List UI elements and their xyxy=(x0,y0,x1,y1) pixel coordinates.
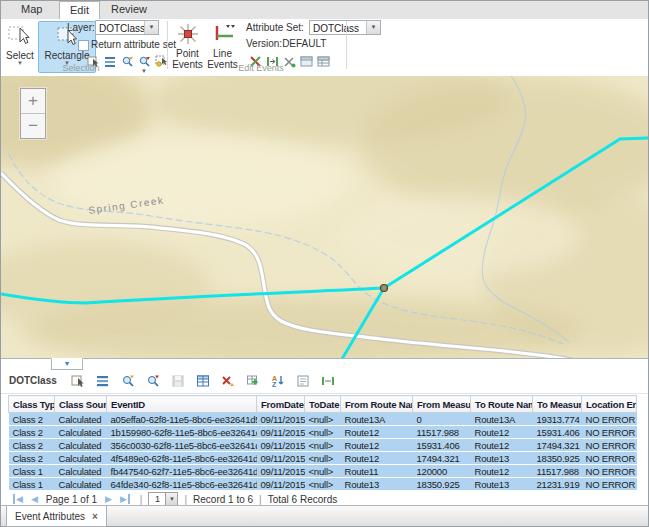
table-cell: <null> xyxy=(305,478,341,491)
table-cell: Class 2 xyxy=(9,426,55,439)
table-cell: NO ERROR xyxy=(582,465,637,478)
table-cell: 17494.321 xyxy=(413,452,471,465)
table-cell: Route12 xyxy=(341,439,413,452)
attribute-set-dropdown-arrow-icon[interactable]: ▼ xyxy=(366,21,380,34)
select-dropdown-caret[interactable]: ▼ xyxy=(4,61,36,66)
return-attribute-set-checkbox[interactable] xyxy=(78,40,89,51)
column-header[interactable]: Location Error xyxy=(582,396,637,413)
column-header[interactable]: Class Source xyxy=(55,396,107,413)
column-header[interactable]: To Measure xyxy=(533,396,582,413)
last-page-icon[interactable]: ▶ xyxy=(120,494,130,504)
column-header[interactable]: ToDate xyxy=(305,396,341,413)
layer-dropdown-arrow-icon[interactable]: ▼ xyxy=(144,21,158,34)
table-cell: 21231.919 xyxy=(533,478,582,491)
column-header[interactable]: Class Type xyxy=(9,396,55,413)
table-row[interactable]: Class 1Calculated64fde340-62f8-11e5-8bc6… xyxy=(9,478,637,491)
next-page-icon[interactable]: ▶ xyxy=(105,494,112,504)
table-cell: Route12 xyxy=(471,426,533,439)
table-cell: 356c0030-62f8-11e5-8bc6-ee32641d5ec9 xyxy=(107,439,257,452)
table-cell: 15931.406 xyxy=(533,426,582,439)
table-row[interactable]: Class 1Calculatedfb447540-62f7-11e5-8bc6… xyxy=(9,465,637,478)
table-cell: <null> xyxy=(305,426,341,439)
tab-event-attributes[interactable]: Event Attributes × xyxy=(6,506,107,527)
column-header[interactable]: From Measure xyxy=(413,396,471,413)
column-header[interactable]: To Route Name xyxy=(471,396,533,413)
edit-events-group-label: Edit Events xyxy=(216,63,306,73)
first-page-icon[interactable]: ◀ xyxy=(13,494,23,504)
table-cell: <null> xyxy=(305,413,341,426)
table-cell: <null> xyxy=(305,452,341,465)
save-icon[interactable] xyxy=(171,374,185,388)
table-cell: 11517.988 xyxy=(413,426,471,439)
tab-review[interactable]: Review xyxy=(101,1,157,18)
table-row[interactable]: Class 2Calculated4f5489e0-62f8-11e5-8bc6… xyxy=(9,452,637,465)
route-junction-vertex[interactable] xyxy=(381,285,388,292)
table-cell: NO ERROR xyxy=(582,439,637,452)
map-zoom-control: + − xyxy=(20,88,46,139)
pan-to-selection-icon[interactable] xyxy=(146,374,160,388)
attribute-set-label: Attribute Set: xyxy=(246,22,304,33)
document-tab-bar: Event Attributes × xyxy=(1,505,648,526)
table-row[interactable]: Class 2Calculated356c0030-62f8-11e5-8bc6… xyxy=(9,439,637,452)
table-cell: Class 1 xyxy=(9,478,55,491)
table-cell: NO ERROR xyxy=(582,426,637,439)
table-cell: Route13A xyxy=(341,413,413,426)
table-cell: fb447540-62f7-11e5-8bc6-ee32641d5ec9 xyxy=(107,465,257,478)
pan-to-selected-icon[interactable] xyxy=(138,55,151,68)
table-cell: 09/11/2015 xyxy=(257,413,305,426)
separator: | xyxy=(140,494,143,505)
zoom-to-selected-icon[interactable] xyxy=(121,55,134,68)
previous-page-icon[interactable]: ◀ xyxy=(31,494,38,504)
add-record-icon[interactable] xyxy=(246,374,260,388)
svg-text:Z: Z xyxy=(272,381,277,388)
tab-map[interactable]: Map xyxy=(11,1,52,18)
total-records-text: Total 6 Records xyxy=(268,494,337,505)
column-header[interactable]: From Route Name xyxy=(341,396,413,413)
sort-icon[interactable]: AZ xyxy=(271,374,285,388)
rectangle-select-icon xyxy=(54,39,80,50)
panel-title: DOTClass xyxy=(9,375,57,386)
table-cell: 0 xyxy=(413,413,471,426)
table-cell: 1b159980-62f8-11e5-8bc6-ee32641d5ec9 xyxy=(107,426,257,439)
table-cell: 09/11/2015 xyxy=(257,439,305,452)
column-header[interactable]: FromDate xyxy=(257,396,305,413)
ribbon-body: Select ▼ Rectangle ▼ Layer: DOTClass ▼ R… xyxy=(1,19,648,75)
options-list-icon[interactable] xyxy=(96,374,110,388)
page-number-input[interactable]: 1 xyxy=(148,492,166,506)
table-body: Class 2Calculateda05effa0-62f8-11e5-8bc6… xyxy=(9,413,637,491)
zoom-to-selection-icon[interactable] xyxy=(121,374,135,388)
table-cell: Calculated xyxy=(55,426,107,439)
zoom-in-button[interactable]: + xyxy=(21,89,45,113)
version-text: Version:DEFAULT xyxy=(246,38,326,49)
delete-record-icon[interactable] xyxy=(221,374,235,388)
group-separator xyxy=(346,21,347,69)
select-records-icon[interactable] xyxy=(71,374,85,388)
map-view[interactable]: Spring Creek + − xyxy=(1,76,648,358)
page-number-dropdown-icon[interactable]: ▼ xyxy=(166,492,178,506)
measure-range-icon[interactable] xyxy=(321,374,335,388)
event-attributes-panel: ▼ DOTClass AZ Class TypeClass SourceEven… xyxy=(1,358,648,526)
table-cell: Calculated xyxy=(55,465,107,478)
page-indicator: Page 1 of 1 xyxy=(46,494,97,505)
close-icon[interactable]: × xyxy=(92,511,98,522)
layer-dropdown[interactable]: DOTClass ▼ xyxy=(95,20,159,35)
zoom-out-button[interactable]: − xyxy=(21,113,45,138)
column-header[interactable]: EventID xyxy=(107,396,257,413)
attribute-table-icon[interactable] xyxy=(196,374,210,388)
point-events-button[interactable]: Point Events xyxy=(170,21,205,73)
select-button[interactable]: Select ▼ xyxy=(3,21,37,73)
table-cell: 17494.321 xyxy=(533,439,582,452)
form-view-icon[interactable] xyxy=(296,374,310,388)
table-cell: 64fde340-62f8-11e5-8bc6-ee32641d5ec9 xyxy=(107,478,257,491)
table-row[interactable]: Class 2Calculated1b159980-62f8-11e5-8bc6… xyxy=(9,426,637,439)
table-row[interactable]: Class 2Calculateda05effa0-62f8-11e5-8bc6… xyxy=(9,413,637,426)
tab-edit[interactable]: Edit xyxy=(59,1,100,20)
basemap: Spring Creek xyxy=(1,76,648,358)
attribute-set-dropdown[interactable]: DOTClass ▼ xyxy=(309,20,381,35)
table-cell: 09/11/2015 xyxy=(257,478,305,491)
selection-mini-dropdown-caret[interactable]: ▼ xyxy=(141,69,147,74)
table-cell: NO ERROR xyxy=(582,452,637,465)
event-table-icon[interactable] xyxy=(317,55,330,68)
table-cell: Calculated xyxy=(55,452,107,465)
table-cell: Route12 xyxy=(341,426,413,439)
